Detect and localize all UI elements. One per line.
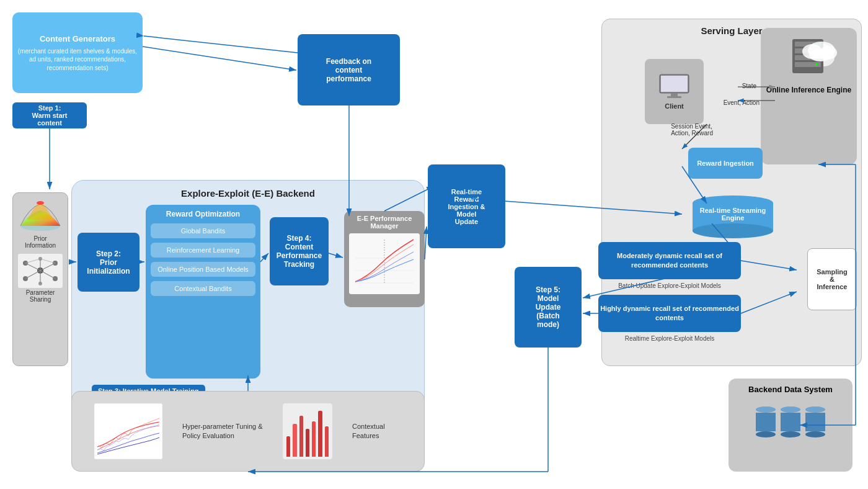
svg-rect-25 <box>671 93 678 96</box>
monitor-icon <box>657 73 691 101</box>
step5-label: Step 5: Model Update (Batch mode) <box>536 285 561 329</box>
svg-point-42 <box>809 49 831 61</box>
reward-opt-title: Reward Optimization <box>151 210 255 218</box>
realtime-reward-label: Real-time Reward Ingestion & Model Updat… <box>448 188 485 225</box>
svg-line-16 <box>40 259 55 263</box>
server-rack-icon <box>781 33 837 83</box>
backend-data-box: Backend Data System <box>728 379 852 472</box>
svg-line-49 <box>143 47 296 70</box>
ee-manager-label: E-E PerformanceManager <box>344 211 425 233</box>
parameter-sharing-label: Parameter Sharing <box>26 289 55 303</box>
svg-line-11 <box>25 271 40 279</box>
surface-plot-icon <box>18 198 63 235</box>
sampling-box: Sampling & Inference <box>807 248 857 310</box>
step1-label: Step 1: Warm start content <box>32 104 67 127</box>
svg-point-45 <box>693 223 773 238</box>
client-box: Client <box>645 59 704 124</box>
session-label: Session Event, Action, Reward <box>671 123 713 137</box>
step5-box: Step 5: Model Update (Batch mode) <box>515 267 582 348</box>
database-group <box>756 406 825 437</box>
content-gen-subtitle: (merchant curated item shelves & modules… <box>17 47 138 73</box>
streaming-engine-label: Real-time Streaming Engine <box>689 207 776 222</box>
reward-item-global: Global Bandits <box>151 223 255 238</box>
feedback-label: Feedback on content performance <box>326 57 371 83</box>
event-label: Event, Action <box>724 99 760 106</box>
reward-ingestion-label: Reward Ingestion <box>697 159 754 167</box>
reward-item-position: Online Position Based Models <box>151 262 255 277</box>
diagram-container: Serving Layer Explore-Exploit (E-E) Back… <box>0 0 868 489</box>
prior-info-label: Prior Information <box>25 235 56 249</box>
db-cylinder-3 <box>805 406 825 437</box>
training-box: Hyper-parameter Tuning & Policy Evaluati… <box>71 391 425 472</box>
step4-box: Step 4: Content Performance Tracking <box>270 217 329 285</box>
svg-line-55 <box>425 227 427 259</box>
realtime-reward-box: Real-time Reward Ingestion & Model Updat… <box>428 164 505 248</box>
training-line-chart <box>94 403 162 459</box>
inference-engine-box: Online Inference Engine <box>761 28 857 164</box>
svg-line-15 <box>25 259 40 263</box>
svg-point-1 <box>37 201 44 205</box>
ee-backend-title: Explore-Exploit (E-E) Backend <box>72 188 424 199</box>
svg-point-38 <box>815 63 818 66</box>
svg-line-50 <box>144 36 298 53</box>
svg-rect-26 <box>667 96 681 98</box>
moderately-dynamic-label: Moderately dynamic recall set of recomme… <box>598 251 741 271</box>
training-bar-chart <box>283 403 332 459</box>
ee-manager-box: E-E PerformanceManager <box>344 211 425 307</box>
client-label: Client <box>665 102 684 110</box>
svg-line-10 <box>40 263 55 271</box>
svg-rect-24 <box>661 76 688 92</box>
step2-box: Step 2: Prior Initialization <box>78 233 140 292</box>
reward-item-contextual: Contextual Bandits <box>151 281 255 296</box>
streaming-engine-box: Real-time Streaming Engine <box>689 195 776 242</box>
sampling-label: Sampling & Inference <box>817 268 848 290</box>
reward-ingestion-box: Reward Ingestion <box>688 148 763 179</box>
step4-label: Step 4: Content Performance Tracking <box>277 234 322 269</box>
content-gen-title: Content Generators <box>17 34 138 45</box>
step1-box: Step 1: Warm start content <box>12 102 87 128</box>
svg-line-9 <box>25 263 40 271</box>
highly-dynamic-label: Highly dynamic recall set of recommended… <box>598 304 741 323</box>
inference-engine-label: Online Inference Engine <box>766 85 851 96</box>
reward-item-rl: Reinforcement Learning <box>151 243 255 258</box>
highly-dynamic-box: Highly dynamic recall set of recommended… <box>598 295 741 332</box>
state-label: State <box>742 83 756 89</box>
realtime-ee-label: Realtime Explore-Exploit Models <box>598 335 741 342</box>
contextual-features-label: Contextual Features <box>352 422 402 441</box>
hyper-param-label: Hyper-parameter Tuning & Policy Evaluati… <box>182 422 263 441</box>
content-generators-box: Content Generators (merchant curated ite… <box>12 12 143 93</box>
batch-update-label: Batch Update Explore-Exploit Models <box>598 282 741 289</box>
step2-label: Step 2: Prior Initialization <box>87 249 130 276</box>
db-cylinder-2 <box>781 406 800 437</box>
backend-data-title: Backend Data System <box>748 385 833 394</box>
reward-opt-box: Reward Optimization Global Bandits Reinf… <box>146 205 260 379</box>
network-graph-icon <box>18 254 63 288</box>
moderately-dynamic-box: Moderately dynamic recall set of recomme… <box>598 242 741 279</box>
ee-performance-chart <box>349 233 420 294</box>
db-cylinder-1 <box>756 406 776 437</box>
svg-line-12 <box>40 271 55 279</box>
feedback-box: Feedback on content performance <box>298 34 400 105</box>
prior-info-box: Prior Information Parameter Shar <box>12 192 68 366</box>
